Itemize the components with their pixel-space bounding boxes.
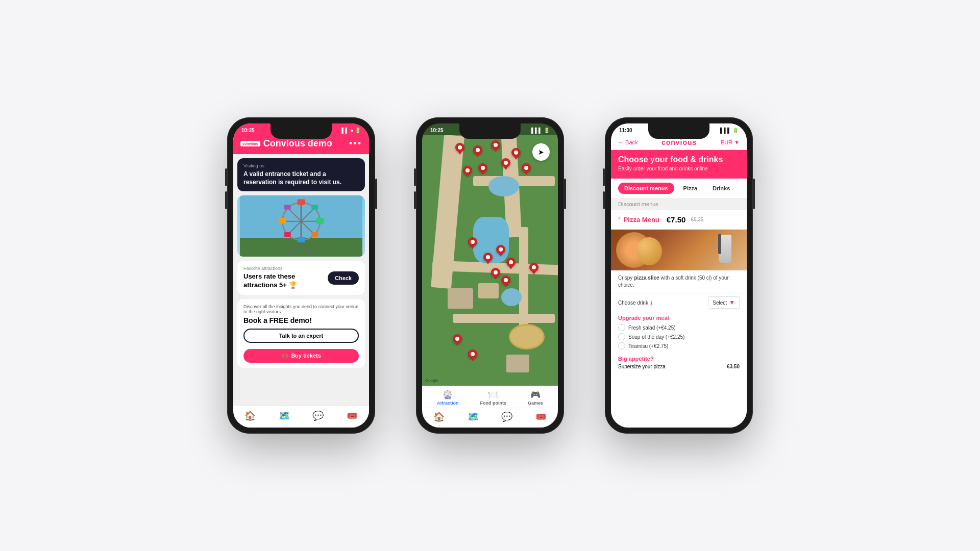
vol-up-3: [603, 168, 605, 186]
p1-notice-card: Visiting us A valid entrance ticket and …: [237, 158, 365, 191]
map-pin-15[interactable]: [529, 263, 538, 272]
map-pin-11[interactable]: [496, 245, 505, 254]
p3-time: 11:30: [619, 128, 632, 133]
p3-menu-old-price: €8.25: [691, 217, 703, 222]
phone-3: 11:30 ▌▌▌ 🔋 ← Back convious EUR ▼ Choose…: [605, 117, 753, 434]
notch-1: [271, 123, 332, 139]
vol-up-button: [225, 168, 227, 186]
p2-nav-home[interactable]: 🏠: [422, 411, 456, 422]
p3-upgrade-item-1[interactable]: Fresh salad (+€4.25): [618, 323, 740, 332]
p3-menu-price: €7.50: [667, 215, 686, 224]
p1-header-left: convious Convious demo: [240, 138, 332, 149]
map-pin-5[interactable]: [478, 163, 487, 172]
ticket-icon: 🎟️: [281, 353, 288, 359]
p3-upgrade-item-2[interactable]: Soup of the day (+€2.25): [618, 332, 740, 341]
p1-time: 10:25: [241, 128, 255, 133]
p3-food-description: Crispy pizza slice with a soft drink (50…: [611, 270, 747, 293]
map-pin-2[interactable]: [473, 145, 482, 155]
home-indicator-1: [276, 422, 327, 424]
map-pin-13[interactable]: [491, 268, 500, 277]
google-label: Google: [425, 378, 438, 383]
phone-2-screen: 10:25 ▌▌▌ 🔋: [422, 123, 558, 428]
p2-time: 10:25: [430, 128, 444, 133]
p2-tab-games[interactable]: 🎮 Games: [528, 390, 543, 406]
ferris-wheel-svg: [237, 195, 365, 257]
p1-nav-map[interactable]: 🗺️: [267, 410, 302, 421]
map-pin-9[interactable]: [468, 237, 477, 246]
map-pin-3[interactable]: [491, 140, 500, 149]
p1-nav-chat[interactable]: 💬: [301, 410, 335, 421]
svg-rect-16: [316, 218, 324, 223]
map-water-1: [488, 176, 519, 196]
p3-choose-drink-label: Choose drink ℹ: [618, 300, 652, 306]
map-building-2: [478, 283, 499, 298]
map-pin-8[interactable]: [522, 163, 531, 172]
p3-back-button[interactable]: ← Back: [618, 139, 638, 145]
map-pin-16[interactable]: [453, 334, 462, 343]
p2-nav-chat[interactable]: 💬: [490, 411, 524, 422]
svg-rect-17: [284, 205, 291, 210]
map-pin-6[interactable]: [501, 158, 510, 167]
p2-map-area[interactable]: ➤ Google: [422, 135, 558, 386]
map-pin-1[interactable]: [455, 143, 464, 152]
p1-talk-button[interactable]: Talk to an expert: [243, 329, 359, 343]
p3-checkbox-2[interactable]: [618, 333, 625, 340]
p3-select-button[interactable]: Select ▼: [708, 296, 740, 309]
p3-big-item-label: Supersize your pizza: [618, 364, 666, 369]
p3-upgrade-label-3: Tiramisu (+€2.75): [628, 343, 668, 349]
p2-tab-attraction-label: Attraction: [437, 400, 459, 406]
p3-tab-drinks[interactable]: Drinks: [706, 183, 736, 194]
p3-desc-prefix: Crispy: [618, 275, 634, 281]
home-indicator-3: [653, 422, 704, 424]
food-icon: 🍽️: [488, 390, 498, 399]
map-building-1: [448, 288, 473, 309]
map-pin-7[interactable]: [511, 148, 521, 157]
map-building-3: [506, 355, 529, 372]
location-button[interactable]: ➤: [532, 143, 550, 161]
map-pin-10[interactable]: [483, 253, 493, 262]
p1-check-button[interactable]: Check: [328, 271, 359, 285]
p2-bottom-nav: 🏠 🗺️ 💬 🎟️: [422, 408, 558, 428]
p1-menu-dots[interactable]: •••: [349, 138, 362, 149]
p3-checkbox-3[interactable]: [618, 342, 625, 349]
p3-upgrade-item-3[interactable]: Tiramisu (+€2.75): [618, 341, 740, 350]
p2-status-icons: ▌▌▌ 🔋: [531, 128, 550, 133]
p1-ferris-image: [237, 195, 365, 257]
p3-choose-drink: Choose drink ℹ Select ▼: [611, 293, 747, 312]
p3-tab-pizza[interactable]: Pizza: [677, 183, 704, 194]
p2-tab-attraction[interactable]: 🎡 Attraction: [437, 390, 459, 406]
p1-notice-label: Visiting us: [243, 163, 359, 168]
p2-tab-bar: 🎡 Attraction 🍽️ Food points 🎮 Games: [422, 386, 558, 408]
p3-upgrade-section: Upgrade your meal Fresh salad (+€4.25) S…: [611, 312, 747, 354]
map-pin-17[interactable]: [468, 349, 477, 359]
map-path-5: [453, 314, 555, 323]
p2-chat-icon: 💬: [501, 411, 512, 422]
p3-checkbox-1[interactable]: [618, 324, 625, 331]
p3-upgrade-title: Upgrade your meal: [618, 315, 740, 321]
phones-container: 10:25 ▌▌ ● 🔋 convious Convious demo ••• …: [227, 117, 753, 434]
p3-currency[interactable]: EUR ▼: [721, 139, 740, 145]
map-pin-4[interactable]: [463, 166, 472, 175]
p1-demo-card: Discover all the insights you need to co…: [237, 299, 365, 368]
p3-tab-discount[interactable]: Discount menus: [618, 183, 674, 194]
svg-rect-15: [279, 218, 286, 223]
map-pin-12[interactable]: [506, 258, 516, 267]
p1-buy-button[interactable]: 🎟️ Buy tickets: [243, 349, 359, 363]
p2-map-icon: 🗺️: [468, 411, 479, 422]
p1-buy-label: Buy tickets: [291, 353, 321, 359]
p3-section-label: Discount menus: [611, 198, 747, 210]
ferris-wheel-bg: [237, 195, 365, 257]
p1-attr-title: Users rate these attractions 5+ 🏆: [243, 272, 328, 290]
map-pin-14[interactable]: [501, 276, 510, 285]
p3-hero-subtitle: Easily order your food and drinks online: [618, 166, 740, 171]
p2-nav-map[interactable]: 🗺️: [456, 411, 491, 422]
svg-rect-13: [298, 199, 305, 205]
p1-demo-title: Book a FREE demo!: [243, 316, 359, 324]
phone-1-screen: 10:25 ▌▌ ● 🔋 convious Convious demo ••• …: [233, 123, 369, 428]
p2-tab-food[interactable]: 🍽️ Food points: [480, 390, 506, 406]
p1-nav-home[interactable]: 🏠: [233, 410, 267, 421]
p3-big-title: Big appetite?: [618, 356, 740, 362]
p2-nav-ticket[interactable]: 🎟️: [524, 411, 558, 422]
p1-nav-ticket[interactable]: 🎟️: [335, 410, 370, 421]
power-button-3: [753, 179, 755, 209]
